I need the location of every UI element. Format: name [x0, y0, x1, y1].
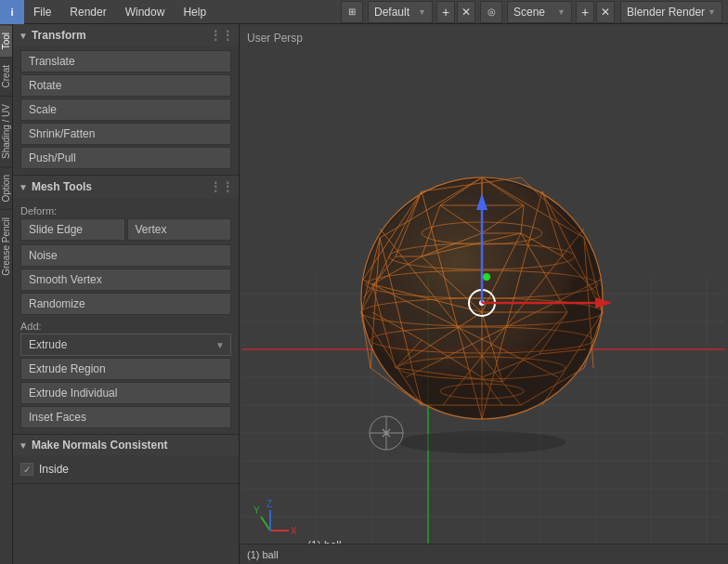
- mesh-tools-section: ▼ Mesh Tools ⋮⋮ Deform: Slide Edge Verte…: [13, 176, 239, 435]
- inside-checkbox-row: Inside: [20, 459, 231, 479]
- svg-point-96: [483, 273, 490, 281]
- translate-btn[interactable]: Translate: [20, 50, 231, 72]
- viewport[interactable]: User Persp: [240, 24, 728, 564]
- scene-dropdown[interactable]: Scene ▼: [507, 1, 572, 23]
- scene-remove-btn[interactable]: ✕: [596, 1, 615, 23]
- transform-triangle: ▼: [19, 31, 28, 41]
- inside-label: Inside: [39, 463, 69, 476]
- tab-grease-pencil[interactable]: Grease Pencil: [0, 209, 12, 283]
- normals-triangle: ▼: [19, 440, 28, 451]
- layout-add-btn[interactable]: +: [436, 1, 455, 23]
- rotate-btn[interactable]: Rotate: [20, 74, 231, 97]
- layout-icon[interactable]: ⊞: [341, 1, 363, 23]
- svg-point-22: [398, 431, 566, 453]
- layout-remove-btn[interactable]: ✕: [457, 1, 475, 23]
- deform-row: Slide Edge Vertex: [20, 218, 231, 243]
- layout-dropdown[interactable]: Default ▼: [368, 1, 433, 23]
- transform-section: ▼ Transform ⋮⋮ Translate Rotate Scale Sh…: [13, 24, 239, 176]
- menu-file[interactable]: File: [24, 0, 60, 23]
- object-name: (1) ball: [247, 549, 279, 560]
- transform-dots: ⋮⋮: [209, 28, 233, 43]
- svg-text:X: X: [291, 526, 297, 536]
- scale-btn[interactable]: Scale: [20, 98, 231, 121]
- svg-text:Z: Z: [266, 499, 272, 509]
- transform-header[interactable]: ▼ Transform ⋮⋮: [13, 24, 239, 46]
- blender-logo[interactable]: i: [0, 0, 24, 24]
- extrude-individual-btn[interactable]: Extrude Individual: [20, 382, 231, 404]
- object-name-bar: (1) ball: [240, 544, 728, 564]
- extrude-select[interactable]: Extrude: [20, 334, 231, 356]
- inset-faces-btn[interactable]: Inset Faces: [20, 406, 231, 428]
- randomize-btn[interactable]: Randomize: [20, 293, 231, 315]
- tab-shading-uv[interactable]: Shading / UV: [0, 96, 12, 166]
- svg-marker-100: [595, 297, 612, 308]
- menu-render[interactable]: Render: [60, 0, 115, 23]
- transform-title: Transform: [32, 29, 86, 42]
- left-tabs: Tool Creat Shading / UV Option Grease Pe…: [0, 24, 13, 564]
- noise-btn[interactable]: Noise: [20, 244, 231, 267]
- normals-title: Make Normals Consistent: [32, 439, 168, 452]
- viewport-canvas: X Y Z (1) ball: [240, 24, 728, 564]
- push-pull-btn[interactable]: Push/Pull: [20, 147, 231, 169]
- extrude-region-btn[interactable]: Extrude Region: [20, 358, 231, 380]
- menu-window[interactable]: Window: [116, 0, 175, 23]
- deform-label: Deform:: [20, 202, 231, 218]
- tab-create[interactable]: Creat: [0, 57, 12, 95]
- svg-text:i: i: [10, 7, 13, 18]
- vertex-btn[interactable]: Vertex: [127, 218, 232, 241]
- tab-tool[interactable]: Tool: [0, 24, 12, 57]
- main-layout: Tool Creat Shading / UV Option Grease Pe…: [0, 24, 728, 564]
- inside-checkbox[interactable]: [20, 463, 33, 476]
- slide-edge-btn[interactable]: Slide Edge: [20, 218, 125, 241]
- menu-help[interactable]: Help: [174, 0, 215, 23]
- mesh-tools-header[interactable]: ▼ Mesh Tools ⋮⋮: [13, 176, 239, 198]
- shrink-fatten-btn[interactable]: Shrink/Fatten: [20, 123, 231, 145]
- normals-section: ▼ Make Normals Consistent Inside: [13, 435, 239, 484]
- tab-option[interactable]: Option: [0, 166, 12, 209]
- menu-bar: i File Render Window Help ⊞ Default ▼ + …: [0, 0, 728, 24]
- normals-content: Inside: [13, 455, 239, 483]
- normals-header[interactable]: ▼ Make Normals Consistent: [13, 435, 239, 455]
- svg-text:Y: Y: [254, 505, 260, 516]
- add-label: Add:: [20, 317, 231, 334]
- render-engine-dropdown[interactable]: Blender Render ▼: [620, 1, 722, 23]
- smooth-vertex-btn[interactable]: Smooth Vertex: [20, 269, 231, 291]
- mesh-tools-dots: ⋮⋮: [209, 179, 233, 194]
- mesh-tools-content: Deform: Slide Edge Vertex Noise Smooth V…: [13, 198, 239, 434]
- tool-panel: ▼ Transform ⋮⋮ Translate Rotate Scale Sh…: [13, 24, 240, 564]
- mesh-tools-title: Mesh Tools: [32, 180, 92, 193]
- svg-line-109: [261, 517, 270, 531]
- scene-icon[interactable]: ◎: [480, 1, 502, 23]
- mesh-tools-triangle: ▼: [19, 182, 28, 192]
- scene-add-btn[interactable]: +: [576, 1, 594, 23]
- transform-content: Translate Rotate Scale Shrink/Fatten Pus…: [13, 46, 239, 175]
